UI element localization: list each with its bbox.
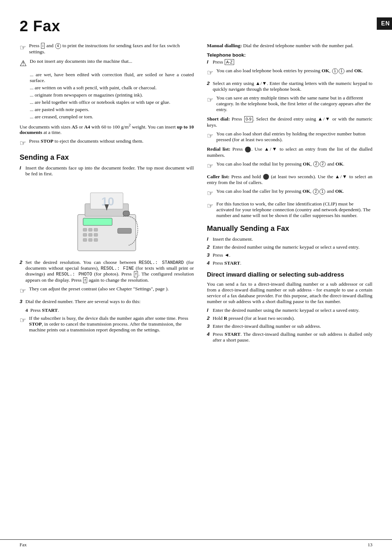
list-item: are pasted with note papers.	[30, 107, 194, 113]
direct-inward-title: Direct inward dialling or selecting sub-…	[207, 271, 372, 278]
sending-step-1: I Insert the documents face up into the …	[20, 165, 194, 177]
tip-print-instructions: ☞ Press i and 4 to print the instruction…	[20, 43, 194, 55]
sending-fax-steps: I Insert the documents face up into the …	[20, 165, 194, 177]
dir-step-4: 4 Press START. The direct-inward diallin…	[207, 331, 372, 343]
tip-hand-caller-icon: ☞	[207, 189, 213, 197]
tip-hand-busy-icon: ☞	[20, 316, 26, 325]
svg-rect-7	[83, 228, 87, 231]
tip-hand-tel1-icon: ☞	[207, 68, 213, 77]
man-step-1: I Insert the document.	[207, 236, 372, 242]
direct-inward-steps: I Enter the desired number using the num…	[207, 307, 372, 343]
svg-rect-16	[118, 228, 131, 233]
list-item: originate from newspapers or magazines (…	[30, 92, 194, 98]
tip-contrast-text: They can adjust the preset contrast (als…	[29, 286, 169, 292]
tip-tel1-text: You can also load telephone book entries…	[216, 68, 363, 74]
caller-text: Caller list: Press and hold (at least tw…	[207, 174, 372, 186]
tip-print-text: Press i and 4 to print the instructions …	[29, 43, 194, 55]
sending-step-3: 3 Dial the desired number. There are sev…	[20, 299, 194, 305]
man-step-4: 4 Press START.	[207, 260, 372, 266]
footer: Fax 13	[0, 539, 392, 548]
dir-step-2: 2 Hold R pressed (for at least two secon…	[207, 315, 372, 321]
tip-tel2-text: You can save an entry multiple times wit…	[216, 95, 372, 113]
sending-fax-title: Sending a Fax	[20, 153, 194, 162]
tip-clip-text: For this function to work, the caller li…	[216, 201, 372, 219]
tip-hand-tel2-icon: ☞	[207, 95, 213, 104]
list-item: are wet, have been edited with correctio…	[30, 72, 194, 83]
svg-rect-12	[94, 233, 98, 236]
footer-right: 13	[368, 542, 372, 548]
footer-left: Fax	[20, 542, 27, 548]
sending-fax-steps-3: 3 Dial the desired number. There are sev…	[20, 299, 194, 305]
tip-tel-1: ☞ You can also load telephone book entri…	[207, 68, 372, 77]
man-step-2: 2 Enter the desired number using the num…	[207, 244, 372, 250]
telephone-book-steps-2: 2 Select an entry using ▲/▼. Enter the s…	[207, 81, 372, 92]
dir-step-3: 3 Enter the direct-inward dialling numbe…	[207, 323, 372, 329]
right-column: Manual dialling: Dial the desired teleph…	[207, 43, 372, 346]
redial-text: Redial list: Press . Use ▲/▼ to select a…	[207, 146, 372, 158]
tip-stop: ☞ Press STOP to eject the documents with…	[20, 138, 194, 147]
tip-redial: ☞ You can also load the redial list by p…	[207, 161, 372, 170]
tip-caller: ☞ You can also load the caller list by p…	[207, 188, 372, 197]
warning-text: Do not insert any documents into the mac…	[30, 58, 132, 64]
tip-hand-stop-icon: ☞	[20, 139, 26, 147]
tip-clip: ☞ For this function to work, the caller …	[207, 201, 372, 219]
tip-short-dial: ☞ You can also load short dial entries b…	[207, 131, 372, 143]
warning-block: ⚠ Do not insert any documents into the m…	[20, 58, 194, 68]
svg-rect-14	[89, 238, 92, 241]
tip-short-dial-text: You can also load short dial entries by …	[216, 131, 372, 143]
tip-hand-redial-icon: ☞	[207, 162, 213, 170]
svg-rect-6	[83, 218, 112, 225]
svg-rect-15	[94, 238, 98, 241]
manually-sending-title: Manually Sending a Fax	[207, 224, 372, 233]
short-dial-text: Short dial: Press 0-9. Select the desire…	[207, 116, 372, 128]
svg-rect-10	[83, 233, 87, 236]
warning-icon: ⚠	[20, 59, 27, 68]
sending-fax-steps-2: 2 Set the desired resolution. You can ch…	[20, 260, 194, 283]
tip-hand-contrast-icon: ☞	[20, 286, 26, 295]
svg-rect-9	[94, 228, 98, 231]
tip-hand-short-icon: ☞	[207, 131, 213, 140]
manual-dial-text: Manual dialling: Dial the desired teleph…	[207, 43, 372, 49]
direct-inward-text: You can send a fax to a direct-inward di…	[207, 281, 372, 305]
list-item: are written on with a soft pencil, with …	[30, 85, 194, 91]
fax-machine-svg: 10	[67, 182, 147, 254]
tel-step-2: 2 Select an entry using ▲/▼. Enter the s…	[207, 81, 372, 92]
page: EN 2 Fax ☞ Press i and 4 to print the in…	[0, 0, 392, 555]
left-column: ☞ Press i and 4 to print the instruction…	[20, 43, 194, 346]
telephone-book-subtitle: Telephone book:	[207, 52, 372, 58]
tip-tel-2: ☞ You can save an entry multiple times w…	[207, 95, 372, 113]
list-item: are creased, crumpled or torn.	[30, 114, 194, 120]
en-badge: EN	[377, 17, 392, 30]
tip-hand-icon: ☞	[20, 43, 26, 52]
tip-hand-clip-icon: ☞	[207, 201, 213, 210]
tip-busy-text: If the subscriber is busy, the device di…	[29, 315, 194, 333]
use-documents-text: Use documents with sizes A5 or A4 with 6…	[20, 123, 194, 136]
fax-machine-image: 10	[20, 182, 194, 254]
dir-step-1: I Enter the desired number using the num…	[207, 307, 372, 313]
tip-redial-text: You can also load the redial list by pre…	[216, 161, 344, 167]
list-item: are held together with office or noteboo…	[30, 99, 194, 105]
man-step-3: 3 Press ◄.	[207, 252, 372, 258]
svg-rect-11	[89, 233, 92, 236]
tip-caller-text: You can also load the caller list by pre…	[216, 188, 344, 195]
chapter-title: 2 Fax	[20, 17, 372, 35]
svg-rect-8	[89, 228, 92, 231]
tip-contrast: ☞ They can adjust the preset contrast (a…	[20, 286, 194, 295]
do-not-insert-list: are wet, have been edited with correctio…	[30, 72, 194, 120]
tip-stop-text: Press STOP to eject the documents withou…	[29, 138, 143, 144]
step4-label: 4 Press START.	[25, 307, 194, 313]
tel-step-1: I Press A-Z	[207, 59, 372, 65]
manually-sending-steps: I Insert the document. 2 Enter the desir…	[207, 236, 372, 266]
tip-busy: ☞ If the subscriber is busy, the device …	[20, 315, 194, 333]
telephone-book-steps: I Press A-Z	[207, 59, 372, 65]
svg-rect-13	[83, 238, 87, 241]
svg-rect-17	[123, 211, 130, 216]
sending-step-2: 2 Set the desired resolution. You can ch…	[20, 260, 194, 283]
